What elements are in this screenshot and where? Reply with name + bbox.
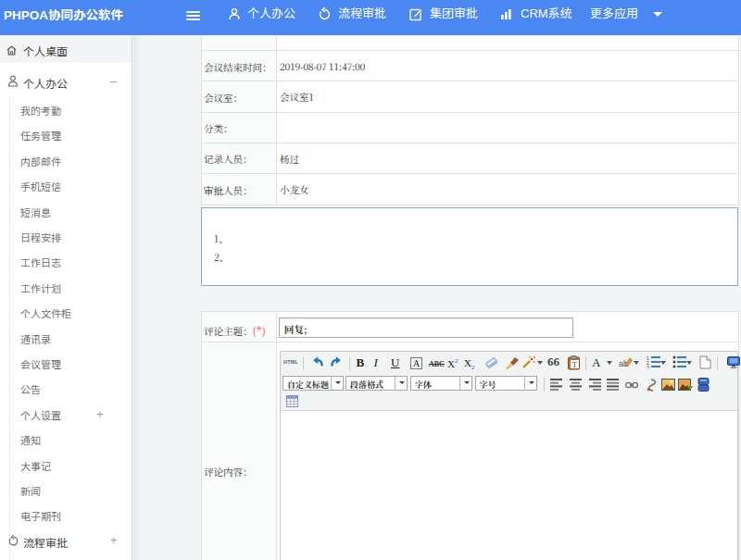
svg-text:T: T [572,360,577,368]
svg-text:3: 3 [647,365,649,369]
